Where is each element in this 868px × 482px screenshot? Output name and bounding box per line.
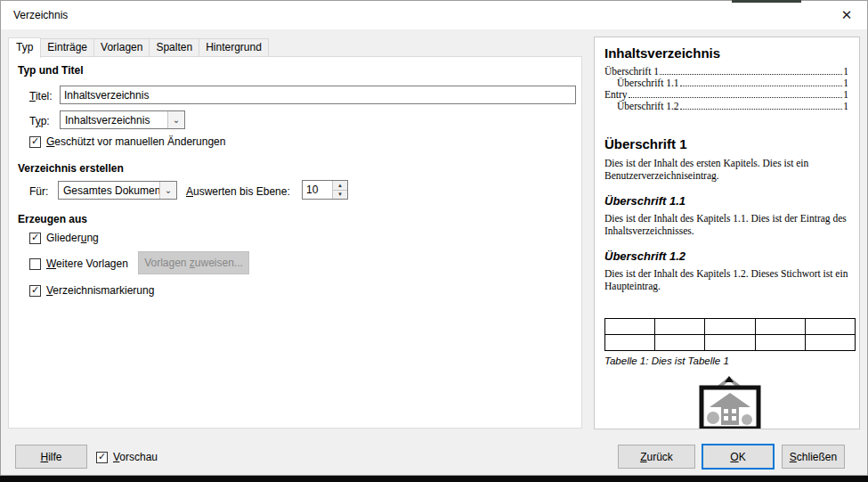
- checkbox-box: ✓: [29, 233, 41, 244]
- chevron-down-icon[interactable]: ⌄: [167, 111, 184, 128]
- gliederung-checkbox-label: Gliederung: [46, 232, 99, 244]
- toc-entry: Überschrift 1.21: [617, 101, 848, 112]
- typ-label: Typ:: [29, 115, 50, 127]
- desktop-strip: [0, 476, 868, 482]
- evaluate-level-input[interactable]: [303, 181, 332, 199]
- fuer-label: Für:: [29, 185, 48, 198]
- tab-hintergrund[interactable]: Hintergrund: [199, 38, 269, 57]
- checkbox-box: ✓: [29, 285, 41, 297]
- titel-input[interactable]: [60, 86, 576, 104]
- checkbox-box: ✓: [96, 452, 108, 463]
- section-heading-typ-und-titel: Typ und Titel: [18, 64, 84, 77]
- close-icon[interactable]: ✕: [833, 5, 860, 25]
- fuer-dropdown[interactable]: Gesamtes Dokument ⌄: [58, 181, 177, 200]
- evaluate-level-spinner[interactable]: ▲ ▼: [302, 180, 348, 200]
- chevron-down-icon[interactable]: ⌄: [159, 182, 176, 199]
- preview-pane: Inhaltsverzeichnis Überschrift 11 Übersc…: [594, 37, 860, 429]
- tab-spalten[interactable]: Spalten: [149, 38, 199, 57]
- framed-picture-icon: [694, 375, 767, 429]
- ok-button[interactable]: OK: [702, 444, 775, 470]
- toc-entry: Überschrift 11: [604, 66, 848, 78]
- tab-vorlagen[interactable]: Vorlagen: [93, 38, 150, 57]
- vorlagen-zuweisen-button[interactable]: Vorlagen zuweisen...: [138, 251, 249, 274]
- verzeichnis-dialog: Verzeichnis ✕ Typ Einträge Vorlagen Spal…: [0, 0, 868, 476]
- tab-typ[interactable]: Typ: [8, 37, 41, 58]
- preview-body-1-2: Dies ist der Inhalt des Kapitels 1.2. Di…: [604, 268, 848, 292]
- fuer-dropdown-value: Gesamtes Dokument: [59, 184, 159, 197]
- dialog-title: Verzeichnis: [13, 9, 68, 21]
- spin-up-icon[interactable]: ▲: [333, 181, 347, 191]
- toc-entry: Überschrift 1.11: [617, 78, 848, 89]
- vorschau-checkbox-label: Vorschau: [113, 451, 158, 463]
- preview-heading-1-1: Überschrift 1.1: [604, 194, 848, 208]
- preview-toc-title: Inhaltsverzeichnis: [604, 45, 848, 61]
- titel-label: Titel:: [29, 90, 53, 102]
- preview-body-1: Dies ist der Inhalt des ersten Kapitels.…: [604, 158, 848, 182]
- typ-dropdown-value: Inhaltsverzeichnis: [61, 114, 167, 127]
- preview-heading-1-2: Überschrift 1.2: [604, 249, 848, 263]
- preview-heading-1: Überschrift 1: [604, 136, 848, 151]
- tab-page-typ: Typ und Titel Titel: Typ: Inhaltsverzeic…: [8, 56, 582, 429]
- hilfe-button[interactable]: Hilfe: [15, 445, 87, 469]
- toc-entry: Entry1: [604, 89, 848, 101]
- screenshot-root: Verzeichnis ✕ Typ Einträge Vorlagen Spal…: [0, 0, 868, 482]
- checkbox-box: [29, 258, 41, 270]
- typ-dropdown[interactable]: Inhaltsverzeichnis ⌄: [60, 110, 185, 129]
- gliederung-checkbox[interactable]: ✓ Gliederung: [29, 232, 99, 244]
- zurueck-button[interactable]: Zurück: [618, 445, 695, 469]
- preview-image-placeholder: [694, 375, 848, 429]
- verzeichnismarkierung-checkbox-label: Verzeichnismarkierung: [46, 284, 154, 297]
- tab-eintraege[interactable]: Einträge: [40, 38, 94, 57]
- checkbox-box: ✓: [29, 136, 41, 148]
- vorschau-checkbox[interactable]: ✓ Vorschau: [96, 451, 158, 463]
- dialog-titlebar[interactable]: Verzeichnis ✕: [1, 1, 867, 29]
- section-heading-verzeichnis-erstellen: Verzeichnis erstellen: [18, 162, 124, 175]
- section-heading-erzeugen-aus: Erzeugen aus: [18, 213, 87, 225]
- preview-table: [604, 318, 856, 351]
- weitere-vorlagen-checkbox[interactable]: Weitere Vorlagen: [29, 257, 128, 270]
- schliessen-button[interactable]: Schließen: [782, 445, 845, 469]
- tab-bar: Typ Einträge Vorlagen Spalten Hintergrun…: [8, 39, 268, 57]
- verzeichnismarkierung-checkbox[interactable]: ✓ Verzeichnismarkierung: [29, 284, 154, 297]
- preview-table-caption: Tabelle 1: Dies ist Tabelle 1: [604, 355, 848, 366]
- auswerten-label: Auswerten bis Ebene:: [186, 185, 290, 198]
- spin-down-icon[interactable]: ▼: [333, 191, 347, 200]
- preview-body-1-1: Dies ist der Inhalt des Kapitels 1.1. Di…: [604, 213, 848, 237]
- weitere-vorlagen-checkbox-label: Weitere Vorlagen: [46, 257, 128, 270]
- protected-checkbox-label: Geschützt vor manuellen Änderungen: [46, 135, 225, 148]
- protected-checkbox[interactable]: ✓ Geschützt vor manuellen Änderungen: [29, 135, 225, 148]
- background-window-fragment: [732, 0, 801, 3]
